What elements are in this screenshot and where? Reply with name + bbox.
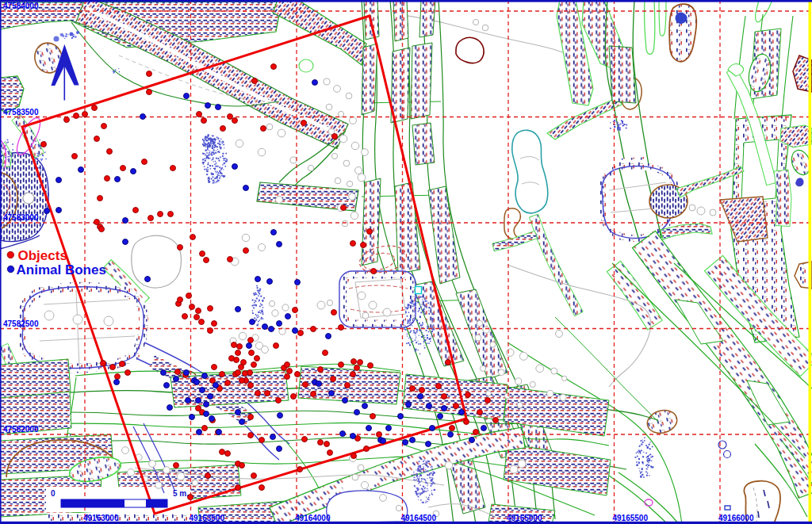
svg-text:49164000: 49164000 bbox=[295, 514, 331, 522]
svg-text:49163000: 49163000 bbox=[83, 514, 119, 522]
svg-text:Animal Bones: Animal Bones bbox=[17, 262, 106, 277]
svg-text:5 m.: 5 m. bbox=[173, 489, 189, 498]
svg-text:47584000: 47584000 bbox=[3, 2, 39, 10]
svg-text:47583500: 47583500 bbox=[3, 108, 39, 117]
svg-text:47582000: 47582000 bbox=[3, 425, 39, 434]
svg-text:47582500: 47582500 bbox=[3, 319, 39, 328]
svg-text:49165500: 49165500 bbox=[613, 514, 649, 522]
svg-text:49166000: 49166000 bbox=[718, 514, 754, 522]
svg-text:49164500: 49164500 bbox=[401, 514, 437, 522]
svg-text:0: 0 bbox=[51, 489, 56, 498]
svg-text:49165000: 49165000 bbox=[507, 514, 542, 522]
svg-text:49163500: 49163500 bbox=[190, 514, 225, 522]
svg-text:47583000: 47583000 bbox=[3, 213, 39, 222]
svg-text:Objects: Objects bbox=[18, 248, 67, 263]
